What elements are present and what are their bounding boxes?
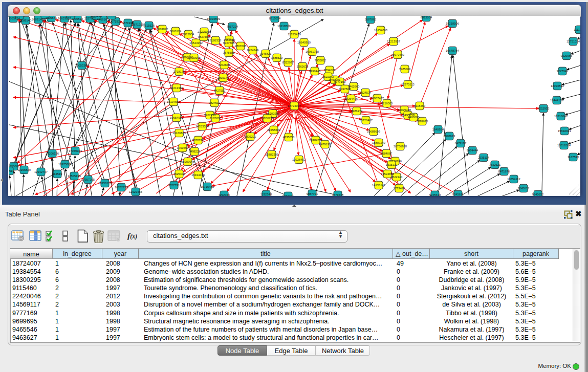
svg-text:12975115: 12975115: [401, 83, 414, 86]
svg-text:16671355: 16671355: [130, 23, 144, 26]
svg-text:14055724: 14055724: [9, 17, 20, 20]
svg-text:1624534: 1624534: [360, 91, 372, 94]
svg-text:19975887: 19975887: [58, 163, 72, 166]
svg-text:19218506: 19218506: [277, 25, 291, 28]
svg-text:6466160: 6466160: [97, 18, 109, 21]
svg-text:8938913: 8938913: [444, 135, 455, 138]
svg-text:2242848: 2242848: [219, 63, 230, 67]
svg-text:12505135: 12505135: [68, 174, 81, 178]
svg-text:19384554: 19384554: [309, 139, 323, 142]
svg-text:12213957: 12213957: [387, 40, 400, 43]
svg-text:10973493: 10973493: [391, 53, 404, 56]
svg-text:2867608: 2867608: [235, 45, 247, 48]
svg-text:20891406: 20891406: [32, 18, 45, 21]
svg-text:3675685: 3675685: [223, 51, 235, 54]
svg-text:16961758: 16961758: [306, 50, 319, 53]
svg-text:12213383: 12213383: [170, 86, 183, 90]
svg-text:16120746: 16120746: [388, 160, 402, 163]
svg-text:25882305: 25882305: [265, 153, 278, 156]
svg-text:7485063: 7485063: [399, 68, 411, 71]
svg-text:16107563: 16107563: [167, 100, 180, 103]
svg-text:10688609: 10688609: [367, 130, 380, 133]
svg-text:18807249: 18807249: [372, 141, 385, 144]
svg-text:1111325: 1111325: [574, 28, 580, 31]
svg-text:10228452: 10228452: [292, 158, 306, 161]
svg-text:17016504: 17016504: [557, 144, 571, 147]
svg-text:9857791: 9857791: [307, 192, 318, 195]
svg-text:10653287: 10653287: [58, 17, 71, 20]
svg-text:9457791: 9457791: [282, 194, 294, 196]
svg-text:15720407: 15720407: [359, 119, 373, 122]
svg-text:9227342: 9227342: [557, 70, 569, 73]
svg-text:6216000: 6216000: [381, 102, 393, 105]
svg-text:7625402: 7625402: [173, 172, 185, 176]
svg-text:7663822: 7663822: [157, 28, 168, 31]
svg-text:9329966: 9329966: [561, 54, 573, 57]
svg-text:16782759: 16782759: [115, 186, 128, 189]
svg-text:9684067: 9684067: [381, 152, 393, 155]
svg-text:9857791: 9857791: [168, 184, 180, 187]
svg-text:20053346: 20053346: [75, 64, 89, 67]
svg-text:1588520: 1588520: [271, 56, 283, 59]
svg-text:16914479: 16914479: [191, 173, 205, 177]
svg-text:10958117: 10958117: [98, 182, 111, 185]
svg-text:19300295: 19300295: [260, 117, 274, 120]
svg-text:9327508: 9327508: [223, 41, 235, 45]
svg-text:1905571: 1905571: [46, 16, 57, 19]
svg-text:12444159: 12444159: [550, 99, 563, 102]
svg-text:23420046: 23420046: [187, 56, 201, 59]
svg-text:10807487: 10807487: [371, 97, 384, 100]
svg-text:8660124: 8660124: [170, 30, 182, 33]
svg-text:9827503: 9827503: [198, 35, 210, 38]
svg-text:6479197: 6479197: [455, 142, 467, 145]
svg-text:8471676: 8471676: [498, 170, 510, 173]
svg-text:7151526: 7151526: [106, 16, 118, 17]
svg-text:2522140: 2522140: [391, 176, 403, 179]
svg-text:391513: 391513: [9, 169, 14, 172]
svg-text:17957265: 17957265: [81, 178, 95, 181]
svg-text:2106532: 2106532: [72, 17, 83, 20]
svg-text:1640954: 1640954: [432, 128, 444, 131]
svg-text:10654112: 10654112: [507, 178, 520, 181]
svg-text:10025438: 10025438: [398, 108, 411, 112]
svg-text:8186328: 8186328: [210, 39, 222, 42]
svg-text:7857224: 7857224: [227, 25, 238, 28]
svg-text:6497508: 6497508: [339, 87, 351, 91]
svg-text:9245652: 9245652: [532, 193, 544, 196]
svg-text:19166825: 19166825: [172, 132, 186, 135]
svg-text:8454749: 8454749: [247, 49, 259, 52]
svg-text:11325419: 11325419: [288, 33, 300, 36]
svg-text:18724007: 18724007: [288, 104, 301, 107]
svg-text:2986372: 2986372: [351, 110, 363, 113]
svg-text:14136141: 14136141: [372, 184, 385, 187]
svg-text:2687862: 2687862: [365, 18, 377, 21]
svg-text:1961235: 1961235: [91, 16, 102, 17]
svg-text:8912954: 8912954: [183, 33, 194, 36]
svg-text:12942737: 12942737: [34, 170, 48, 173]
svg-text:20206526: 20206526: [46, 152, 59, 155]
svg-text:7632621: 7632621: [489, 163, 501, 166]
svg-text:12923465: 12923465: [129, 190, 142, 193]
svg-text:16543392: 16543392: [189, 41, 203, 45]
svg-text:7955812: 7955812: [315, 59, 326, 62]
svg-text:1292346: 1292346: [219, 193, 230, 196]
svg-text:9777169: 9777169: [334, 80, 346, 83]
svg-text:12093832: 12093832: [551, 84, 564, 87]
svg-text:9474444: 9474444: [467, 149, 478, 152]
svg-text:7663812: 7663812: [39, 16, 51, 16]
svg-text:9115460: 9115460: [414, 104, 425, 107]
svg-text:12156829: 12156829: [17, 168, 31, 171]
svg-text:9146821: 9146821: [260, 52, 272, 55]
svg-text:16210643: 16210643: [554, 115, 568, 118]
svg-text:16154808: 16154808: [374, 29, 387, 32]
svg-text:6899695: 6899695: [417, 120, 428, 123]
svg-text:17359924: 17359924: [69, 149, 82, 152]
svg-text:1571648: 1571648: [332, 193, 344, 196]
svg-text:15716485: 15716485: [201, 185, 214, 188]
svg-text:8561233: 8561233: [65, 16, 77, 17]
svg-text:9245612: 9245612: [518, 187, 530, 190]
svg-text:1615132: 1615132: [386, 163, 398, 166]
svg-text:13751024: 13751024: [567, 40, 580, 43]
svg-text:1733426: 1733426: [394, 187, 405, 190]
svg-text:8427552: 8427552: [214, 89, 226, 92]
